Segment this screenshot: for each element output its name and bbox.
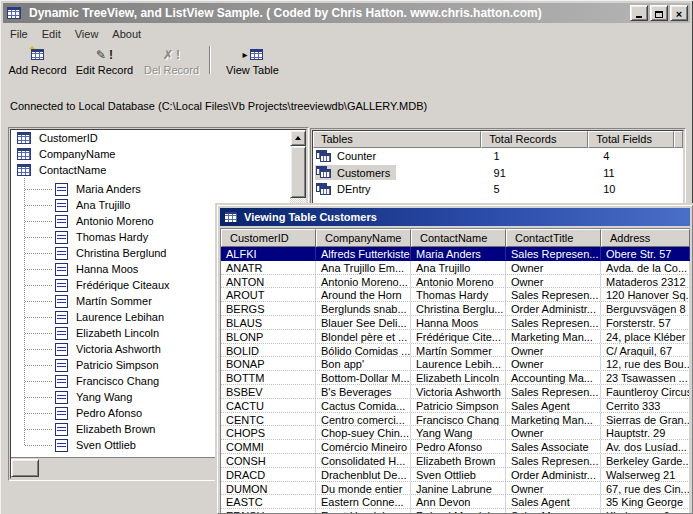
grid-cell: Cerrito 333 (601, 399, 690, 412)
grid-row-ALFKI[interactable]: ALFKIAlfreds FutterkisteMaria AndersSale… (221, 247, 690, 261)
tree-leaf-label: Patricio Simpson (76, 359, 159, 371)
grid-cell: Owner (506, 275, 601, 288)
grid-row-CONSH[interactable]: CONSHConsolidated H...Elizabeth BrownSal… (221, 454, 690, 468)
grid-row-BOLID[interactable]: BOLIDBólido Comidas ...Martín SommerOwne… (221, 344, 690, 358)
table-name-label: Customers (337, 167, 390, 179)
tree-leaf-label: Pedro Afonso (76, 407, 142, 419)
scroll-up-button[interactable] (290, 130, 306, 146)
table-icon (17, 132, 31, 144)
list-item-dentry[interactable]: DEntry510 (313, 181, 683, 198)
grid-row-COMMI[interactable]: COMMIComércio MineiroPedro AfonsoSales A… (221, 440, 690, 454)
grid-cell: Martín Sommer (411, 344, 506, 357)
grid-row-CACTU[interactable]: CACTUCactus Comida...Patricio SimpsonSal… (221, 399, 690, 413)
grid-cell: Antonio Moreno (411, 275, 506, 288)
grid-row-ANTON[interactable]: ANTONAntonio Moreno...Antonio MorenoOwne… (221, 275, 690, 289)
grid-row-DUMON[interactable]: DUMONDu monde entierJanine LabruneOwner6… (221, 482, 690, 496)
grid-row-BLONP[interactable]: BLONPBlondel père et ...Frédérique Cite.… (221, 330, 690, 344)
close-button[interactable]: × (670, 5, 688, 21)
table-icon (17, 164, 31, 176)
table-icon (17, 148, 31, 160)
grid-cell: BONAP (221, 357, 316, 370)
column-header[interactable]: Total Records (481, 131, 588, 148)
field-icon (55, 183, 68, 196)
grid-cell: Av. dos Lusíad... (601, 440, 690, 453)
column-header[interactable]: Total Fields (588, 131, 674, 148)
menu-bar: FileEditViewAbout (4, 25, 689, 42)
list-item-customers[interactable]: Customers9111 (313, 165, 683, 182)
listview-rows: Counter14Customers9111DEntry510 (313, 148, 683, 198)
grid-row-CHOPS[interactable]: CHOPSChop-suey Chin...Yang WangOwnerHaup… (221, 426, 690, 440)
menu-item-view[interactable]: View (69, 26, 107, 42)
exclamation-icon: ! (109, 48, 113, 62)
grid-column-header[interactable]: CompanyName (316, 229, 411, 247)
grid-column-header[interactable]: ContactTitle (506, 229, 601, 247)
vertical-scroll-thumb[interactable] (290, 146, 306, 198)
menu-item-about[interactable]: About (106, 26, 149, 42)
view-table-button[interactable]: ▸View Table (219, 43, 286, 76)
delete-x-icon: ✗ (163, 48, 173, 62)
total-fields-cell: 10 (595, 183, 683, 195)
tree-leaf[interactable]: Maria Anders (11, 181, 290, 197)
grid-row-BERGS[interactable]: BERGSBerglunds snab...Christina Berglu..… (221, 302, 690, 316)
grid-cell: Sierras de Gran... (601, 413, 690, 426)
field-icon (55, 423, 68, 436)
view-table-icon: ▸ (219, 46, 286, 63)
grid-row-DRACD[interactable]: DRACDDrachenblut De...Sven OttliebOrder … (221, 468, 690, 482)
grid-cell: ERNSH (221, 509, 316, 513)
field-icon (55, 247, 68, 260)
app-window: Dynamic TreeView, and ListView Sample. (… (0, 0, 693, 514)
grid-cell: AROUT (221, 288, 316, 301)
grid-row-BOTTM[interactable]: BOTTMBottom-Dollar M...Elizabeth Lincoln… (221, 371, 690, 385)
grid-cell: Ernst Handel (316, 509, 411, 513)
tree-leaf-label: Elizabeth Brown (76, 423, 156, 435)
grid-cell: Berglunds snab... (316, 302, 411, 315)
maximize-button[interactable] (650, 5, 668, 21)
grid-column-header[interactable]: Address (601, 229, 690, 247)
grid-cell: 35 King George (601, 495, 690, 508)
field-icon (55, 407, 68, 420)
grid-row-ANATR[interactable]: ANATRAna Trujillo Em...Ana TrujilloOwner… (221, 261, 690, 275)
grid-row-BONAP[interactable]: BONAPBon app'Laurence Lebih...Owner12, r… (221, 357, 690, 371)
add-record-button[interactable]: ✦!Add Record (4, 43, 71, 76)
grid-column-header[interactable]: ContactName (411, 229, 506, 247)
minimize-icon (636, 16, 642, 18)
grid-cell: Alfreds Futterkiste (316, 247, 411, 260)
grid-cell: Sales Represen... (506, 454, 601, 467)
grid-cell: ANATR (221, 261, 316, 274)
tree-node-companyname[interactable]: CompanyName (11, 146, 290, 162)
total-records-cell: 91 (486, 167, 596, 179)
tree-leaf-label: Christina Berglund (76, 247, 167, 259)
grid-cell: CHOPS (221, 426, 316, 439)
grid-cell: Antonio Moreno... (316, 275, 411, 288)
tree-node-label: CustomerID (39, 132, 98, 144)
grid-row-ERNSH[interactable]: ERNSHErnst HandelRoland MendelSales Mana… (221, 509, 690, 513)
column-header[interactable]: Tables (313, 131, 481, 148)
grid-cell: Roland Mendel (411, 509, 506, 513)
menu-item-file[interactable]: File (4, 26, 36, 42)
edit-record-button[interactable]: ✎!Edit Record (71, 43, 138, 76)
grid-row-BLAUS[interactable]: BLAUSBlauer See Deli...Hanna MoosSales R… (221, 316, 690, 330)
grid-row-BSBEV[interactable]: BSBEVB's BeveragesVictoria AshworthSales… (221, 385, 690, 399)
list-item-counter[interactable]: Counter14 (313, 148, 683, 165)
grid-cell: Sales Manager (506, 509, 601, 513)
grid-column-header[interactable]: CustomerID (221, 229, 316, 247)
grid-cell: Blauer See Deli... (316, 316, 411, 329)
minimize-button[interactable] (630, 5, 648, 21)
total-records-cell: 1 (486, 150, 596, 162)
grid-cell: Sales Agent (506, 399, 601, 412)
field-icon (55, 343, 68, 356)
grid-cell: DUMON (221, 482, 316, 495)
grid-row-AROUT[interactable]: AROUTAround the HornThomas HardySales Re… (221, 288, 690, 302)
tree-node-customerid[interactable]: CustomerID (11, 130, 290, 146)
grid-cell: ALFKI (221, 247, 316, 260)
horizontal-scroll-thumb[interactable] (11, 459, 39, 477)
menu-item-edit[interactable]: Edit (36, 26, 69, 42)
tree-node-contactname[interactable]: ContactName (11, 162, 290, 178)
grid-cell: Du monde entier (316, 482, 411, 495)
grid-row-CENTC[interactable]: CENTCCentro comerci...Francisco ChangMar… (221, 413, 690, 427)
arrow-right-icon: ▸ (242, 49, 247, 60)
grid-row-EASTC[interactable]: EASTCEastern Conne...Ann DevonSales Agen… (221, 495, 690, 509)
window-title: Dynamic TreeView, and ListView Sample. (… (29, 6, 542, 20)
grid-cell: Cactus Comida... (316, 399, 411, 412)
grid-cell: Bottom-Dollar M... (316, 371, 411, 384)
